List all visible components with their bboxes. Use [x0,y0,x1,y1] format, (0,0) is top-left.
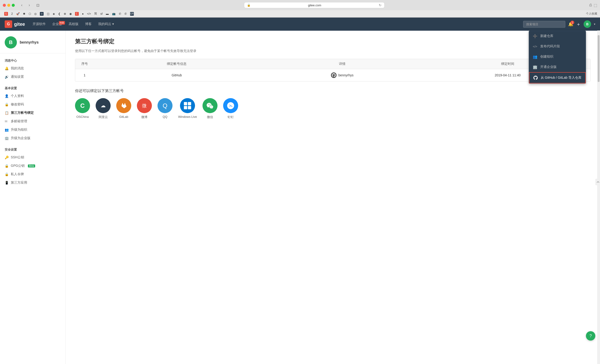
sidebar-upgrade-org-label: 升级为组织 [11,128,27,132]
gitee-logo[interactable]: G gitee [5,20,25,28]
bookmark-grid[interactable]: ◫ [46,12,51,16]
bookmark-code[interactable]: </> [85,12,92,16]
maximize-button[interactable] [12,4,15,7]
sidebar-ssh-label: SSH公钥 [11,155,24,160]
forward-button[interactable]: › [26,2,33,9]
scrollbar-thumb[interactable] [598,35,600,82]
user-avatar-button[interactable]: B [584,20,591,28]
dropdown-create-org[interactable]: 👥 创建组织 [529,52,586,62]
tp-aliyun[interactable]: ☁ 阿里云 [96,98,111,119]
gitee-header: G gitee 开源软件 企业版 特惠 高校版 博客 我的码云 ▾ 🔔 1 ＋ … [0,18,600,31]
side-panel-button[interactable]: ❮ [596,181,600,183]
qq-label: QQ [163,115,167,118]
sidebar-item-token[interactable]: 🔒 私人令牌 [0,170,66,179]
sidebar-item-profile[interactable]: 👤 个人资料 [0,92,66,100]
bookmark-circle[interactable]: ◎ [33,12,38,16]
bookmark-arrow[interactable]: ❮ [57,12,62,16]
tp-dingding[interactable]: 钉钉 [223,98,238,119]
sidebar-item-third-party[interactable]: 📋 第三方帐号绑定 [0,109,66,117]
bookmark-gr[interactable]: GR [129,11,135,16]
avatar-letter: B [586,22,589,26]
scrollbar-track [597,30,600,364]
sidebar-item-notification-settings[interactable]: 🔊 通知设置 [0,73,66,81]
windows-live-icon [180,98,195,113]
col-account: 绑定帐号信息 [94,59,259,69]
float-help-button[interactable]: ? [586,331,595,341]
refresh-button[interactable]: ↻ [379,3,382,7]
tp-windows-live[interactable]: Windows Live [178,98,197,119]
tp-wechat[interactable]: 微信 [203,98,217,119]
tp-qq[interactable]: Q QQ [158,98,172,119]
sidebar-item-change-password[interactable]: 🔒 修改密码 [0,100,66,109]
oschina-label: OSChina [76,115,89,118]
bookmark-plus-circle[interactable]: ⊕ [62,12,67,16]
bookmark-circle2[interactable]: ◉ [68,12,73,16]
bookmark-hex[interactable]: ⬡ [27,12,32,16]
sidebar: B bennyrhys 消息中心 🔔 我的消息 🔊 通知设置 基本设置 👤 个人… [0,31,66,364]
page-description: 使用以下任一方式都可以登录到您的码云帐号，避免由于某个帐号失效导致无法登录 [75,49,591,53]
tp-oschina[interactable]: C OSChina [75,98,90,119]
nav-opensource[interactable]: 开源软件 [30,20,48,28]
share-button[interactable]: ⎙ [590,3,592,8]
nav-mycloud[interactable]: 我的码云 ▾ [95,20,117,28]
bookmark-gitee-icon[interactable]: G [3,11,9,16]
bookmark-c-red[interactable]: C [74,11,80,16]
nav-enterprise[interactable]: 企业版 特惠 [49,20,65,28]
address-bar[interactable]: 🔒 gitee.com ↻ [244,2,384,8]
dropdown-publish-snippet[interactable]: </> 发布代码片段 [529,41,586,52]
dropdown-import-repo[interactable]: 从 GitHub / GitLab 导入仓库 [529,72,586,83]
tp-gitlab[interactable]: GitLab [116,98,131,119]
sidebar-profile-label: 个人资料 [11,94,24,98]
qq-symbol: Q [163,102,167,109]
sidebar-item-gpg[interactable]: 🔒 GPG公钥 Beta [0,162,66,170]
back-button[interactable]: ‹ [19,2,25,9]
window-button[interactable]: ⊡ [34,2,41,9]
bookmark-diamond[interactable]: ◈ [51,12,56,16]
side-panel-container: ❮ [595,179,600,185]
bookmark-rocket[interactable]: 🚀 [15,12,21,16]
gitee-nav: 开源软件 企业版 特惠 高校版 博客 我的码云 ▾ [30,20,117,28]
speaker-icon: 🔊 [5,75,9,79]
sidebar-item-my-messages[interactable]: 🔔 我的消息 [0,64,66,73]
search-input[interactable] [523,21,565,28]
fullscreen-button[interactable]: ⬚ [594,3,597,8]
dropdown-new-repo[interactable]: ➕ 新建仓库 [529,31,586,41]
sidebar-item-third-party-apps[interactable]: 📱 第三方应用 [0,179,66,187]
gr-favicon: GR [130,12,134,16]
sidebar-item-upgrade-enterprise[interactable]: 🏢 升级为企业版 [0,134,66,142]
tp-weibo[interactable]: 微 微博 [137,98,152,119]
bookmark-sf[interactable]: sf [99,12,104,16]
github-user-info: bennyrhys [331,72,354,78]
sidebar-user-avatar: B [5,36,17,48]
bookmark-dash[interactable]: ▬ [104,12,110,16]
minimize-button[interactable] [7,4,10,7]
bookmark-dot[interactable]: ● [81,12,85,16]
bookmark-jian[interactable]: 简 [93,11,98,16]
apps-icon: 📱 [5,181,9,185]
bookmark-star[interactable]: ✱ [22,12,27,16]
plus-button[interactable]: ＋ [576,21,581,27]
bookmark-2[interactable]: 2 [10,12,14,16]
third-party-grid: C OSChina ☁ 阿里云 GitLab [75,98,591,119]
email-icon: ✉ [5,119,9,123]
sidebar-item-ssh[interactable]: 🔑 SSH公钥 [0,153,66,162]
bookmark-tv[interactable]: 📺 [111,12,117,16]
sidebar-section-basic: 基本设置 👤 个人资料 🔒 修改密码 📋 第三方帐号绑定 ✉ 多邮箱管理 👥 升… [0,85,66,142]
sidebar-item-upgrade-org[interactable]: 👥 升级为组织 [0,126,66,134]
sidebar-item-email[interactable]: ✉ 多邮箱管理 [0,117,66,126]
dropdown-open-enterprise[interactable]: 🏢 开通企业版 [529,62,586,72]
bookmark-phone1[interactable]: ✆ [117,12,122,16]
notification-button[interactable]: 🔔 1 [568,22,573,27]
bookmark-phone2[interactable]: ✆ [123,12,128,16]
nav-blog[interactable]: 博客 [82,20,94,28]
section-title-messages: 消息中心 [0,57,66,64]
gpg-icon: 🔒 [5,164,9,168]
github-username: bennyrhys [338,73,354,77]
bookmark-github[interactable]: ⊙ [38,11,45,16]
dingding-label: 钉钉 [228,115,234,119]
nav-university[interactable]: 高校版 [66,20,81,28]
close-button[interactable] [3,4,6,7]
wechat-icon [203,98,217,113]
nav-mycloud-label: 我的码云 ▾ [98,22,114,26]
weibo-label: 微博 [141,115,147,119]
